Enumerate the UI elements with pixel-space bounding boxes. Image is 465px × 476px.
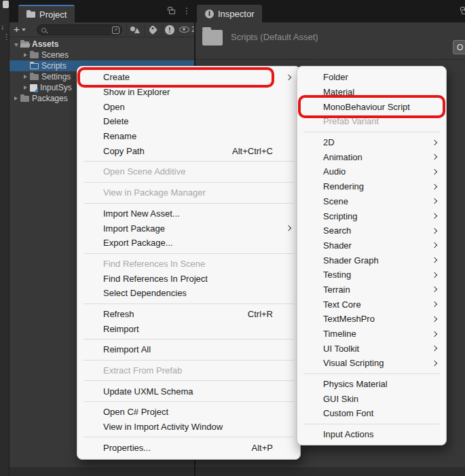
menu-item-reimport-all[interactable]: Reimport All [77,342,300,357]
tree-item-assets[interactable]: Assets [10,39,194,50]
menu-item-find-references-in-project[interactable]: Find References In Project [77,271,300,286]
alert-icon[interactable]: ! [165,25,174,35]
menu-item-search[interactable]: Search [297,223,446,238]
lock-open-icon[interactable] [462,10,465,14]
menu-item-scene[interactable]: Scene [297,194,446,209]
folder-open-icon [20,41,29,48]
menu-item-label: Input Actions [323,429,373,439]
menu-item-shader[interactable]: Shader [297,238,446,253]
menu-item-label: Animation [323,152,362,162]
menu-item-update-uxml-schema[interactable]: Update UXML Schema [77,384,300,399]
menu-item-show-in-explorer[interactable]: Show in Explorer [77,85,300,100]
menu-item-label: Folder [323,72,348,82]
menu-item-select-dependencies[interactable]: Select Dependencies [77,286,300,301]
menu-item-label: Rename [103,131,136,141]
open-button[interactable]: O [453,40,465,54]
menu-item-monobehaviour-script[interactable]: MonoBehaviour Script [297,99,446,114]
menu-item-open[interactable]: Open [77,99,300,114]
menu-item-rendering[interactable]: Rendering [297,179,446,194]
expander-closed-icon[interactable] [21,53,30,57]
menu-item-audio[interactable]: Audio [297,164,446,179]
menu-item-import-package[interactable]: Import Package [77,221,300,236]
menu-item-2d[interactable]: 2D [297,135,446,150]
expander-open-icon[interactable] [12,42,20,47]
toolbar-divider [126,24,127,36]
expander-closed-icon[interactable] [12,96,20,100]
submenu-chevron-icon [432,316,437,322]
menu-item-input-actions[interactable]: Input Actions [297,427,446,442]
menu-item-animation[interactable]: Animation [297,149,446,164]
menu-item-material[interactable]: Material [297,85,446,100]
jump-to-search-icon[interactable]: ↗ [112,26,119,34]
menu-item-import-new-asset[interactable]: Import New Asset... [77,206,300,221]
folder-icon [30,52,39,58]
menu-item-scripting[interactable]: Scripting [297,208,446,223]
chevron-down-icon [22,29,26,31]
tab-project[interactable]: Project [18,5,75,22]
submenu-chevron-icon [432,287,437,292]
menu-item-shortcut: Alt+Ctrl+C [232,146,291,156]
label-filter-icon[interactable] [148,25,157,35]
tree-item-label: Packages [32,94,68,103]
menu-item-open-scene-additive: Open Scene Additive [77,164,300,179]
tab-inspector[interactable]: i Inspector [197,5,262,22]
menu-item-label: Find References In Project [103,274,208,284]
menu-item-label: Visual Scripting [323,358,384,368]
tree-item-label: Settings [41,72,71,81]
status-bar [10,467,465,476]
create-plus-button[interactable]: + [14,23,26,35]
tree-item-scenes[interactable]: Scenes [10,50,194,60]
menu-item-copy-path[interactable]: Copy PathAlt+Ctrl+C [77,143,300,158]
menu-item-terrain[interactable]: Terrain [297,282,446,297]
menu-separator [83,437,294,437]
lock-open-icon[interactable] [169,10,175,14]
menu-item-label: Update UXML Schema [103,386,193,397]
menu-item-label: Import Package [103,223,165,234]
menu-item-text-core[interactable]: Text Core [297,297,446,312]
submenu-chevron-icon [432,346,437,351]
menu-item-label: View in Package Manager [103,187,206,198]
create-submenu: FolderMaterialMonoBehaviour ScriptPrefab… [297,66,447,445]
expander-closed-icon[interactable] [21,86,30,90]
folder-icon [26,12,35,18]
menu-item-visual-scripting[interactable]: Visual Scripting [297,356,446,371]
menu-item-testing[interactable]: Testing [297,268,446,282]
menu-item-custom-font[interactable]: Custom Font [297,406,446,421]
menu-item-physics-material[interactable]: Physics Material [297,377,446,392]
window-chip-icon [3,1,9,8]
down-arrow-icon[interactable]: ↓ [1,22,5,31]
expander-closed-icon[interactable] [21,75,30,79]
menu-item-view-in-import-activity-window[interactable]: View in Import Activity Window [77,420,300,435]
menu-item-label: Show in Explorer [103,87,170,97]
menu-item-timeline[interactable]: Timeline [297,327,446,342]
menu-item-export-package[interactable]: Export Package... [77,236,300,251]
menu-separator [83,203,294,204]
submenu-chevron-icon [286,225,291,231]
kebab-menu-icon[interactable]: ⋮ [183,7,191,16]
toolbar-divider [162,24,162,36]
menu-item-refresh[interactable]: RefreshCtrl+R [77,307,300,322]
menu-item-gui-skin[interactable]: GUI Skin [297,391,446,406]
submenu-chevron-icon [432,183,437,189]
menu-item-label: 2D [323,137,335,147]
menu-item-ui-toolkit[interactable]: UI Toolkit [297,341,446,356]
menu-separator [83,360,294,361]
menu-item-folder[interactable]: Folder [297,70,446,85]
eye-icon [179,26,189,33]
search-input[interactable]: ↗ [37,24,122,35]
menu-item-label: Find References In Scene [103,259,205,269]
kebab-menu-icon[interactable]: ⋮ [3,33,10,41]
menu-item-delete[interactable]: Delete [77,114,300,129]
submenu-chevron-icon [432,154,437,160]
menu-item-label: Properties... [103,443,151,453]
menu-item-shader-graph[interactable]: Shader Graph [297,253,446,268]
menu-item-label: Open C# Project [103,407,168,417]
menu-item-rename[interactable]: Rename [77,129,300,144]
submenu-chevron-icon [432,361,437,366]
menu-item-reimport[interactable]: Reimport [77,321,300,336]
menu-item-open-c-project[interactable]: Open C# Project [77,405,300,420]
menu-item-create[interactable]: Create [77,70,300,85]
type-filter-icon[interactable] [130,25,140,34]
menu-item-textmeshpro[interactable]: TextMeshPro [297,312,446,327]
menu-item-properties[interactable]: Properties...Alt+P [77,440,300,455]
